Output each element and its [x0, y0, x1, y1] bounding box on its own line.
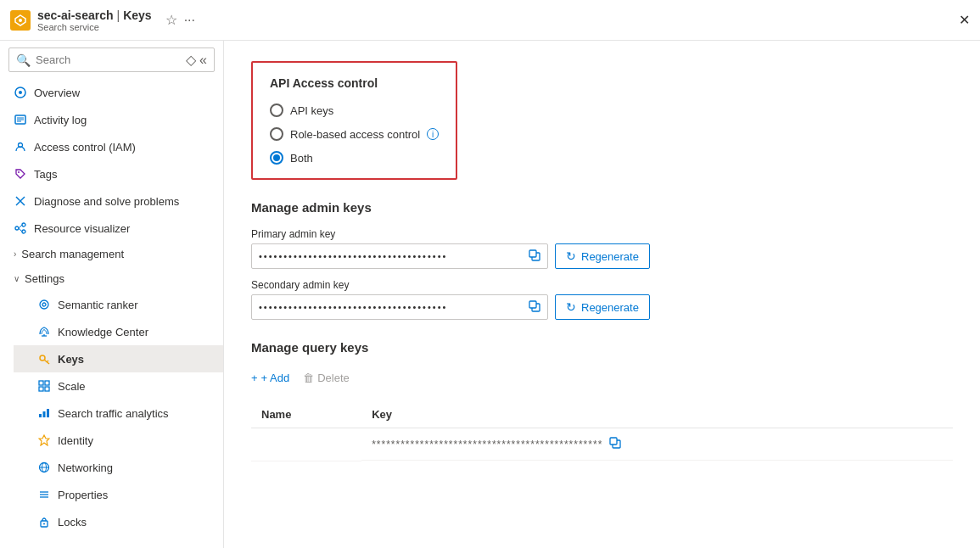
- add-query-key-button[interactable]: + + Add: [251, 368, 289, 388]
- manage-admin-title: Manage admin keys: [251, 200, 953, 215]
- svg-rect-40: [529, 250, 536, 257]
- iam-icon: [14, 140, 27, 154]
- regen-label-2: Regenerate: [581, 301, 639, 314]
- query-actions: + + Add 🗑 Delete: [251, 368, 953, 388]
- primary-copy-icon[interactable]: [529, 249, 540, 264]
- svg-point-3: [19, 91, 22, 94]
- nav-label-tags: Tags: [34, 168, 57, 181]
- svg-point-12: [15, 226, 19, 230]
- add-label: + Add: [261, 372, 290, 384]
- analytics-icon: [37, 406, 51, 420]
- topbar-sep: |: [117, 8, 120, 22]
- query-key-name: [251, 428, 361, 461]
- radio-both[interactable]: Both: [270, 151, 439, 165]
- nav-item-identity[interactable]: Identity: [14, 427, 223, 454]
- query-copy-icon[interactable]: [609, 437, 621, 451]
- more-icon[interactable]: ···: [184, 13, 195, 28]
- info-icon[interactable]: i: [427, 128, 439, 140]
- nav-item-networking[interactable]: Networking: [14, 454, 223, 481]
- collapse-icon[interactable]: «: [199, 53, 207, 68]
- svg-point-18: [42, 303, 46, 306]
- nav-item-overview[interactable]: Overview: [0, 79, 223, 106]
- sidebar-controls: ◇ «: [186, 52, 207, 68]
- diagnose-icon: [14, 194, 27, 208]
- nav-item-knowledge[interactable]: Knowledge Center: [14, 318, 223, 345]
- svg-rect-25: [45, 381, 49, 385]
- personalize-icon[interactable]: ◇: [186, 52, 196, 68]
- nav-item-semantic[interactable]: Semantic ranker: [14, 291, 223, 318]
- svg-point-14: [22, 230, 25, 233]
- col-key-header: Key: [361, 401, 953, 428]
- regen-label: Regenerate: [581, 250, 639, 263]
- nav-item-resource[interactable]: Resource visualizer: [0, 215, 223, 242]
- svg-rect-30: [47, 409, 49, 417]
- delete-icon: 🗑: [303, 372, 314, 384]
- nav-label-networking: Networking: [58, 461, 113, 474]
- primary-regenerate-button[interactable]: ↻ Regenerate: [555, 243, 650, 269]
- svg-rect-27: [45, 387, 49, 391]
- search-input[interactable]: [36, 53, 181, 66]
- radio-rbac[interactable]: Role-based access control i: [270, 127, 439, 141]
- overview-icon: [14, 86, 27, 99]
- scale-icon: [37, 379, 51, 393]
- query-key-masked: ****************************************…: [372, 439, 602, 450]
- nav-item-scale[interactable]: Scale: [14, 372, 223, 400]
- nav-item-diagnose[interactable]: Diagnose and solve problems: [0, 187, 223, 215]
- radio-api-keys[interactable]: API keys: [270, 103, 439, 117]
- nav-item-activity-log[interactable]: Activity log: [0, 106, 223, 133]
- nav-label-locks: Locks: [58, 516, 87, 528]
- topbar: sec-ai-search | Keys Search service ☆ ··…: [0, 0, 980, 41]
- keys-icon: [37, 352, 51, 366]
- regen-icon-2: ↻: [566, 300, 576, 314]
- primary-key-label: Primary admin key: [251, 228, 953, 240]
- activity-log-icon: [14, 113, 27, 126]
- nav-label-scale: Scale: [58, 380, 86, 393]
- manage-query-section: Manage query keys + + Add 🗑 Delete Name …: [251, 340, 953, 461]
- svg-point-17: [40, 300, 48, 309]
- primary-key-dots: ••••••••••••••••••••••••••••••••••••••: [259, 251, 529, 261]
- manage-admin-section: Manage admin keys Primary admin key ••••…: [251, 200, 953, 320]
- radio-label-both: Both: [290, 152, 313, 165]
- secondary-key-input: ••••••••••••••••••••••••••••••••••••••: [251, 294, 548, 320]
- nav-item-keys[interactable]: Keys: [14, 345, 223, 372]
- locks-icon: [37, 515, 51, 528]
- api-access-control-box: API Access control API keys Role-based a…: [251, 61, 457, 180]
- nav-label-identity: Identity: [58, 434, 93, 447]
- query-keys-table: Name Key *******************************…: [251, 401, 953, 461]
- table-row: ****************************************…: [251, 428, 953, 461]
- nav-label-activity-log: Activity log: [34, 114, 87, 126]
- svg-rect-29: [43, 411, 46, 417]
- secondary-regenerate-button[interactable]: ↻ Regenerate: [555, 294, 650, 320]
- col-name-header: Name: [251, 401, 361, 428]
- svg-point-1: [19, 19, 22, 22]
- svg-line-15: [19, 225, 22, 228]
- nav-item-settings[interactable]: ∨ Settings: [0, 266, 223, 291]
- nav-item-tags[interactable]: Tags: [0, 160, 223, 187]
- secondary-key-input-row: •••••••••••••••••••••••••••••••••••••• ↻…: [251, 294, 953, 320]
- topbar-actions: ☆ ···: [165, 12, 195, 28]
- nav-item-search-management[interactable]: › Search management: [0, 242, 223, 266]
- add-icon: +: [251, 372, 258, 384]
- networking-icon: [37, 461, 51, 474]
- delete-label: Delete: [317, 372, 350, 384]
- nav-item-iam[interactable]: Access control (IAM): [0, 133, 223, 160]
- resource-icon: [14, 221, 27, 235]
- delete-query-key-button[interactable]: 🗑 Delete: [303, 368, 350, 388]
- radio-circle-api-keys: [270, 103, 283, 117]
- favorite-icon[interactable]: ☆: [165, 12, 177, 28]
- knowledge-icon: [37, 325, 51, 338]
- radio-label-api-keys: API keys: [290, 104, 333, 117]
- sidebar: 🔍 ◇ « Overview Activity log Access co: [0, 41, 224, 548]
- main-layout: 🔍 ◇ « Overview Activity log Access co: [0, 41, 980, 548]
- secondary-copy-icon[interactable]: [529, 300, 540, 315]
- regen-icon: ↻: [566, 249, 576, 263]
- nav-item-locks[interactable]: Locks: [14, 508, 223, 535]
- nav-label-knowledge: Knowledge Center: [58, 326, 148, 338]
- close-icon[interactable]: ✕: [959, 12, 970, 28]
- nav-label-analytics: Search traffic analytics: [58, 407, 169, 420]
- nav-label-resource: Resource visualizer: [34, 222, 130, 235]
- secondary-key-dots: ••••••••••••••••••••••••••••••••••••••: [259, 302, 529, 312]
- nav-item-analytics[interactable]: Search traffic analytics: [14, 400, 223, 427]
- nav-item-properties[interactable]: Properties: [14, 481, 223, 508]
- svg-line-16: [19, 228, 22, 232]
